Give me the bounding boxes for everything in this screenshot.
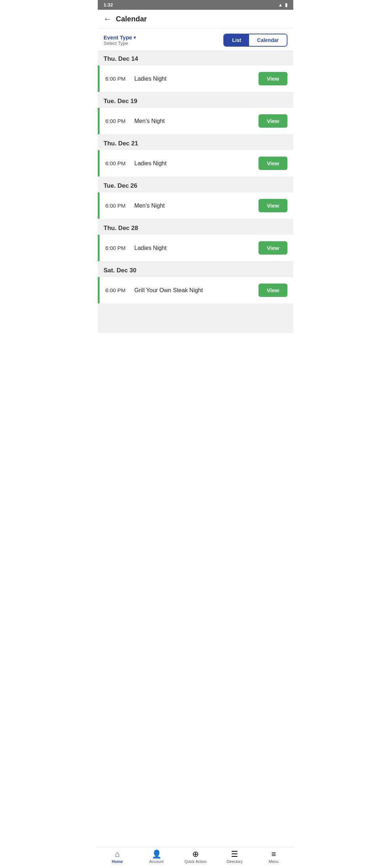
wifi-icon: ▲ bbox=[278, 2, 283, 8]
event-time: 6:00 PM bbox=[105, 118, 134, 124]
account-icon: 👤 bbox=[152, 850, 161, 858]
page-header: ← Calendar bbox=[98, 10, 293, 29]
filter-row: Event Type ▾ Select Type List Calendar bbox=[98, 29, 293, 50]
nav-label-quick-action: Quick Action bbox=[184, 859, 206, 864]
back-button[interactable]: ← bbox=[104, 15, 112, 23]
list-toggle-button[interactable]: List bbox=[224, 34, 249, 46]
view-event-button[interactable]: View bbox=[258, 72, 287, 85]
view-event-button[interactable]: View bbox=[258, 114, 287, 128]
quick-action-icon: ⊕ bbox=[192, 850, 199, 858]
event-time: 6:00 PM bbox=[105, 160, 134, 166]
event-time: 6:00 PM bbox=[105, 76, 134, 82]
battery-icon: ▮ bbox=[285, 2, 287, 8]
nav-item-account[interactable]: 👤Account bbox=[137, 850, 176, 864]
event-card: 6:00 PMLadies NightView bbox=[98, 150, 293, 176]
status-icons: ▲ ▮ bbox=[278, 2, 287, 8]
date-header: Tue. Dec 26 bbox=[98, 177, 293, 192]
event-card: 6:00 PMMen's NightView bbox=[98, 192, 293, 219]
date-header: Thu. Dec 21 bbox=[98, 135, 293, 150]
select-type-text: Select Type bbox=[104, 41, 136, 46]
view-event-button[interactable]: View bbox=[258, 284, 287, 297]
nav-label-menu: Menu bbox=[269, 859, 279, 864]
calendar-list: Thu. Dec 146:00 PMLadies NightViewTue. D… bbox=[98, 50, 293, 333]
event-time: 6:00 PM bbox=[105, 203, 134, 209]
event-type-label[interactable]: Event Type ▾ bbox=[104, 34, 136, 41]
menu-icon: ≡ bbox=[272, 850, 276, 858]
date-header: Sat. Dec 30 bbox=[98, 262, 293, 277]
home-icon: ⌂ bbox=[115, 850, 119, 858]
event-card: 6:00 PMLadies NightView bbox=[98, 65, 293, 92]
event-card: 6:00 PMGrill Your Own Steak NightView bbox=[98, 277, 293, 303]
view-event-button[interactable]: View bbox=[258, 241, 287, 255]
event-type-selector[interactable]: Event Type ▾ Select Type bbox=[104, 34, 136, 46]
view-event-button[interactable]: View bbox=[258, 199, 287, 212]
date-header: Thu. Dec 28 bbox=[98, 220, 293, 235]
event-name: Men's Night bbox=[134, 118, 258, 124]
event-name: Ladies Night bbox=[134, 76, 258, 82]
event-name: Ladies Night bbox=[134, 245, 258, 251]
nav-item-directory[interactable]: ☰Directory bbox=[215, 850, 254, 864]
date-header: Thu. Dec 14 bbox=[98, 50, 293, 65]
event-name: Men's Night bbox=[134, 203, 258, 209]
status-time: 1:32 bbox=[104, 2, 113, 8]
event-name: Ladies Night bbox=[134, 160, 258, 167]
event-card: 6:00 PMMen's NightView bbox=[98, 108, 293, 134]
nav-label-home: Home bbox=[112, 859, 123, 864]
directory-icon: ☰ bbox=[231, 850, 238, 858]
event-time: 6:00 PM bbox=[105, 245, 134, 251]
view-event-button[interactable]: View bbox=[258, 157, 287, 170]
bottom-nav: ⌂Home👤Account⊕Quick Action☰Directory≡Men… bbox=[98, 847, 293, 868]
nav-item-quick-action[interactable]: ⊕Quick Action bbox=[176, 850, 215, 864]
event-name: Grill Your Own Steak Night bbox=[134, 287, 258, 294]
nav-label-account: Account bbox=[149, 859, 164, 864]
event-card: 6:00 PMLadies NightView bbox=[98, 235, 293, 261]
view-toggle: List Calendar bbox=[223, 34, 287, 47]
nav-item-home[interactable]: ⌂Home bbox=[98, 850, 137, 864]
nav-label-directory: Directory bbox=[227, 859, 243, 864]
status-bar: 1:32 ▲ ▮ bbox=[98, 0, 293, 10]
date-header: Tue. Dec 19 bbox=[98, 93, 293, 108]
page-title: Calendar bbox=[116, 15, 147, 23]
chevron-down-icon: ▾ bbox=[134, 35, 136, 40]
calendar-toggle-button[interactable]: Calendar bbox=[249, 34, 287, 46]
nav-item-menu[interactable]: ≡Menu bbox=[254, 850, 293, 864]
event-time: 6:00 PM bbox=[105, 287, 134, 293]
